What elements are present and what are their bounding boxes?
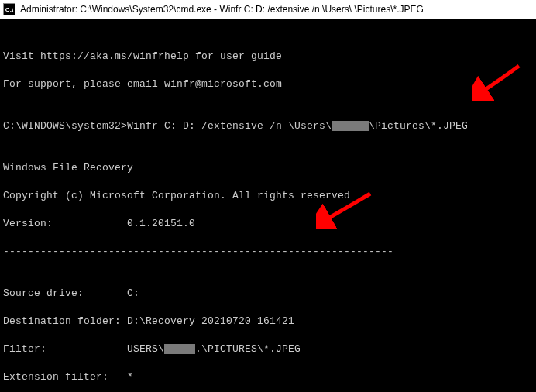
copyright-line: Copyright (c) Microsoft Corporation. All… bbox=[3, 189, 533, 203]
command-prompt-line: C:\WINDOWS\system32>Winfr C: D: /extensi… bbox=[3, 119, 533, 133]
destination-line: Destination folder: D:\Recovery_20210720… bbox=[3, 315, 533, 328]
redacted-username bbox=[332, 121, 369, 131]
window-titlebar[interactable]: C:\ Administrator: C:\Windows\System32\c… bbox=[0, 0, 536, 19]
terminal-output[interactable]: Visit https://aka.ms/winfrhelp for user … bbox=[0, 19, 536, 392]
redacted-username bbox=[164, 344, 195, 354]
window-title: Administrator: C:\Windows\System32\cmd.e… bbox=[20, 4, 424, 15]
help-line-2: For support, please email winfr@microsof… bbox=[3, 77, 533, 91]
help-line-1: Visit https://aka.ms/winfrhelp for user … bbox=[3, 50, 533, 64]
cmd-icon-label: C:\ bbox=[5, 6, 14, 13]
version-line: Version: 0.1.20151.0 bbox=[3, 217, 533, 231]
divider-line: ----------------------------------------… bbox=[3, 245, 533, 259]
filter-line: Filter: USERS\ .\PICTURES\*.JPEG bbox=[3, 342, 533, 356]
source-drive-line: Source drive: C: bbox=[3, 287, 533, 301]
app-name-line: Windows File Recovery bbox=[3, 161, 533, 175]
ext-filter-line: Extension filter: * bbox=[3, 370, 533, 384]
cmd-icon: C:\ bbox=[3, 3, 15, 15]
